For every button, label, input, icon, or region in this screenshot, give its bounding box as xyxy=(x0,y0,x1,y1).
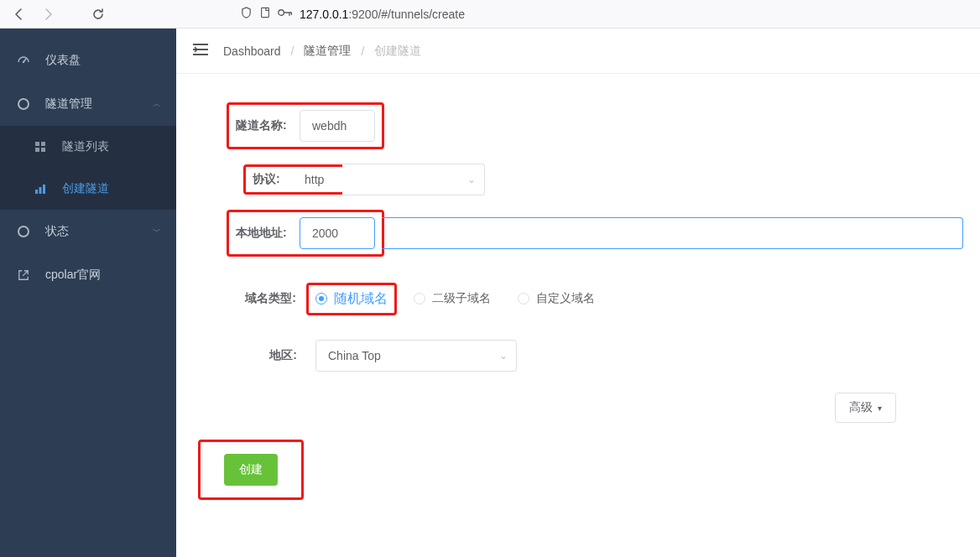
sidebar-item-status[interactable]: 状态 ﹀ xyxy=(0,210,176,253)
input-tunnel-name[interactable] xyxy=(300,110,375,142)
svg-point-1 xyxy=(279,10,284,16)
row-submit: 创建 xyxy=(193,423,963,500)
row-domain-type: 域名类型: 随机域名 二级子域名 自定义域名 xyxy=(243,272,963,325)
separator: / xyxy=(361,44,364,58)
external-link-icon xyxy=(17,269,30,281)
lock-icon xyxy=(278,7,293,21)
radio-label: 自定义域名 xyxy=(536,291,595,306)
sidebar-item-tunnel-mgmt[interactable]: 隧道管理 ︿ xyxy=(0,82,176,126)
svg-rect-11 xyxy=(43,185,45,194)
select-region[interactable]: China Top ⌄ xyxy=(315,340,517,372)
ring-icon xyxy=(17,97,30,111)
crumb-tunnel-mgmt[interactable]: 隧道管理 xyxy=(304,44,351,59)
select-value: China Top xyxy=(328,349,381,362)
radio-subdomain[interactable]: 二级子域名 xyxy=(414,291,491,306)
sidebar-item-label: 隧道管理 xyxy=(45,96,92,112)
sidebar-item-label: cpolar官网 xyxy=(45,268,101,283)
crumb-create-tunnel: 创建隧道 xyxy=(374,44,421,59)
label-protocol: 协议: xyxy=(253,172,289,187)
create-tunnel-form: 隧道名称: 协议: http ⌄ 本地地址: xyxy=(176,74,980,508)
sidebar-item-tunnel-list[interactable]: 隧道列表 xyxy=(0,126,176,168)
radio-icon xyxy=(518,293,529,305)
highlight-box: 隧道名称: xyxy=(227,102,384,149)
radio-label: 二级子域名 xyxy=(432,291,491,306)
svg-rect-9 xyxy=(35,190,38,194)
grid-icon xyxy=(34,141,47,153)
radio-random-domain[interactable]: 随机域名 xyxy=(315,290,388,308)
breadcrumb: Dashboard / 隧道管理 / 创建隧道 xyxy=(223,44,421,59)
label-region: 地区: xyxy=(243,348,307,363)
row-advanced: 高级 ▾ xyxy=(193,383,963,423)
svg-point-4 xyxy=(22,102,25,106)
sidebar-item-cpolar-site[interactable]: cpolar官网 xyxy=(0,253,176,297)
back-button[interactable] xyxy=(7,3,32,26)
chevron-down-icon: ⌄ xyxy=(467,174,476,185)
chevron-up-icon: ︿ xyxy=(153,98,161,110)
shield-icon xyxy=(240,7,253,22)
chevron-down-icon: ﹀ xyxy=(153,226,161,237)
radio-icon xyxy=(414,293,425,305)
advanced-button[interactable]: 高级 ▾ xyxy=(835,393,896,423)
radio-custom-domain[interactable]: 自定义域名 xyxy=(518,291,595,306)
url-text: 127.0.0.1:9200/#/tunnels/create xyxy=(300,8,465,21)
highlight-box: 随机域名 xyxy=(306,283,397,315)
sidebar-item-label: 创建隧道 xyxy=(62,181,109,196)
radio-label: 随机域名 xyxy=(334,290,388,308)
topbar: Dashboard / 隧道管理 / 创建隧道 xyxy=(176,29,980,74)
svg-rect-0 xyxy=(262,8,269,17)
forward-button[interactable] xyxy=(35,3,60,26)
label-local-addr: 本地地址: xyxy=(236,226,296,241)
url-bar[interactable]: 127.0.0.1:9200/#/tunnels/create xyxy=(232,3,973,26)
protocol-value: http xyxy=(293,173,336,186)
main-content: Dashboard / 隧道管理 / 创建隧道 隧道名称: 协议: http xyxy=(176,29,980,557)
svg-rect-8 xyxy=(41,148,45,152)
row-tunnel-name: 隧道名称: xyxy=(227,99,963,153)
svg-point-13 xyxy=(22,230,25,233)
svg-rect-7 xyxy=(35,148,39,152)
row-local-addr: 本地地址: xyxy=(227,206,963,260)
browser-toolbar: 127.0.0.1:9200/#/tunnels/create xyxy=(0,0,980,29)
caret-down-icon: ▾ xyxy=(878,403,882,413)
highlight-box: 创建 xyxy=(198,440,304,500)
bars-icon xyxy=(34,183,47,195)
label-domain-type: 域名类型: xyxy=(243,291,306,306)
svg-rect-10 xyxy=(39,187,42,194)
svg-rect-6 xyxy=(41,142,45,146)
create-button[interactable]: 创建 xyxy=(224,454,278,486)
crumb-dashboard[interactable]: Dashboard xyxy=(223,44,281,58)
sidebar-item-label: 仪表盘 xyxy=(45,53,81,68)
menu-toggle-icon[interactable] xyxy=(193,44,208,59)
row-region: 地区: China Top ⌄ xyxy=(243,329,963,383)
chevron-down-icon: ⌄ xyxy=(499,350,508,362)
highlight-box: 本地地址: xyxy=(227,210,384,257)
svg-rect-5 xyxy=(35,142,39,146)
create-label: 创建 xyxy=(239,462,263,476)
svg-point-2 xyxy=(23,61,24,63)
page-icon xyxy=(259,7,271,21)
ring-icon xyxy=(17,225,30,238)
highlight-box: 协议: http xyxy=(243,164,345,195)
input-local-addr[interactable] xyxy=(300,217,375,249)
row-protocol: 协议: http ⌄ xyxy=(243,153,963,206)
sidebar-item-create-tunnel[interactable]: 创建隧道 xyxy=(0,168,176,210)
sidebar-item-label: 状态 xyxy=(45,224,69,239)
gauge-icon xyxy=(17,54,30,67)
refresh-button[interactable] xyxy=(86,3,111,26)
separator: / xyxy=(291,44,295,58)
radio-icon xyxy=(315,293,327,305)
sidebar-item-label: 隧道列表 xyxy=(62,139,109,154)
advanced-label: 高级 xyxy=(849,400,873,415)
sidebar-item-dashboard[interactable]: 仪表盘 xyxy=(0,39,176,82)
sidebar: 仪表盘 隧道管理 ︿ 隧道列表 创建隧道 状态 ﹀ xyxy=(0,29,176,557)
label-tunnel-name: 隧道名称: xyxy=(236,118,296,133)
select-protocol[interactable]: ⌄ xyxy=(342,164,485,195)
